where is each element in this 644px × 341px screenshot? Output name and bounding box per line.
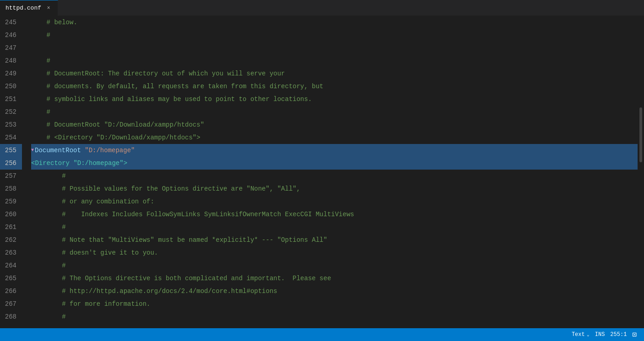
code-line[interactable]: # http://httpd.apache.org/docs/2.4/mod/c… [31,285,638,298]
code-content[interactable]: # below. # # # DocumentRoot: The directo… [27,16,638,328]
line-code: <Directory "D:/homepage"> [31,157,127,170]
line-number: 261 [0,221,22,234]
line-code: # Possible values for the Options direct… [31,182,300,195]
code-line[interactable]: # <Directory "D:/Download/xampp/htdocs"> [31,131,638,144]
code-line[interactable]: # [31,170,638,182]
screen-icon: ⊡ [632,330,637,339]
line-code: # Indexes Includes FollowSymLinks SymLin… [31,208,354,221]
language-selector[interactable]: Text ⌄ [569,328,592,341]
line-number: 254 [0,131,22,144]
line-code: # [31,106,50,118]
tab-close-icon[interactable]: × [45,5,52,12]
code-line[interactable]: <Directory "D:/homepage"> [31,157,638,170]
line-number: 267 [0,298,22,310]
line-number: 248 [0,54,22,67]
chevron-down-icon: ⌄ [587,332,590,337]
code-line[interactable]: # DocumentRoot "D:/Download/xampp/htdocs… [31,118,638,131]
code-line[interactable]: # DocumentRoot: The directory out of whi… [31,67,638,80]
status-bar: Text ⌄ INS 255:1 ⊡ [0,328,644,341]
tab-label: httpd.conf [5,5,41,11]
line-code: # DocumentRoot "D:/Download/xampp/htdocs… [31,118,204,131]
code-line[interactable]: # Note that "MultiViews" must be named *… [31,234,638,246]
scrollbar[interactable] [638,16,644,328]
gutter: 2452462472482492502512522532542552562572… [0,16,27,328]
line-code: # [31,259,66,272]
code-line[interactable]: # Possible values for the Options direct… [31,182,638,195]
editor: 2452462472482492502512522532542552562572… [0,16,644,328]
line-number: 258 [0,182,22,195]
code-line[interactable]: # doesn't give it to you. [31,246,638,259]
line-code: DocumentRoot "D:/homepage" [35,144,135,157]
ins-mode[interactable]: INS [592,328,608,341]
line-code: # [31,221,66,234]
line-number: 260 [0,208,22,221]
line-number: 251 [0,93,22,106]
code-line[interactable]: # [31,221,638,234]
line-code: # <Directory "D:/Download/xampp/htdocs"> [31,131,200,144]
line-number: 252 [0,106,22,118]
line-number: 268 [0,310,22,323]
ins-label: INS [595,331,605,338]
scrollbar-thumb[interactable] [639,107,642,162]
tab-httpd-conf[interactable]: httpd.conf × [0,0,58,16]
line-number: 265 [0,272,22,285]
cursor-position[interactable]: 255:1 [607,328,629,341]
line-number: 262 [0,234,22,246]
tab-bar: httpd.conf × [0,0,644,16]
line-code: # http://httpd.apache.org/docs/2.4/mod/c… [31,285,277,298]
code-line[interactable]: # [31,259,638,272]
code-line[interactable]: # [31,310,638,323]
line-number: 263 [0,246,22,259]
language-label: Text [572,331,585,338]
code-line[interactable]: # [31,29,638,42]
line-code: # documents. By default, all requests ar… [31,80,324,93]
position-label: 255:1 [610,331,627,338]
fold-arrow-icon[interactable]: ▼ [31,144,34,157]
line-code: # for more information. [31,298,150,310]
line-code: # or any combination of: [31,195,154,208]
line-number: 253 [0,118,22,131]
code-line[interactable]: # for more information. [31,298,638,310]
line-code: # [31,29,50,42]
line-number: 256 [0,157,22,170]
line-code: # doesn't give it to you. [31,246,158,259]
line-code: # [31,170,66,182]
line-number: 257 [0,170,22,182]
line-number: 249 [0,67,22,80]
code-line[interactable] [31,42,638,54]
line-code: # DocumentRoot: The directory out of whi… [31,67,285,80]
code-line[interactable]: # documents. By default, all requests ar… [31,80,638,93]
code-line[interactable]: # symbolic links and aliases may be used… [31,93,638,106]
line-number: 245 [0,16,22,29]
line-code: # below. [31,16,77,29]
code-line[interactable]: # Indexes Includes FollowSymLinks SymLin… [31,208,638,221]
code-line[interactable]: # The Options directive is both complica… [31,272,638,285]
code-line[interactable]: # below. [31,16,638,29]
line-number: 259 [0,195,22,208]
code-line[interactable]: ▼DocumentRoot "D:/homepage" [31,144,638,157]
line-number: 250 [0,80,22,93]
line-code: # symbolic links and aliases may be used… [31,93,312,106]
status-right: Text ⌄ INS 255:1 ⊡ [569,328,639,341]
line-number: 246 [0,29,22,42]
line-code: # Note that "MultiViews" must be named *… [31,234,327,246]
line-number: 264 [0,259,22,272]
line-code: # [31,310,66,323]
line-number: 247 [0,42,22,54]
code-line[interactable]: # [31,54,638,67]
line-number: 266 [0,285,22,298]
line-code: # The Options directive is both complica… [31,272,331,285]
line-code: # [31,54,50,67]
screen-button[interactable]: ⊡ [629,328,639,341]
code-line[interactable]: # or any combination of: [31,195,638,208]
line-number: 255 [0,144,22,157]
code-line[interactable]: # [31,106,638,118]
